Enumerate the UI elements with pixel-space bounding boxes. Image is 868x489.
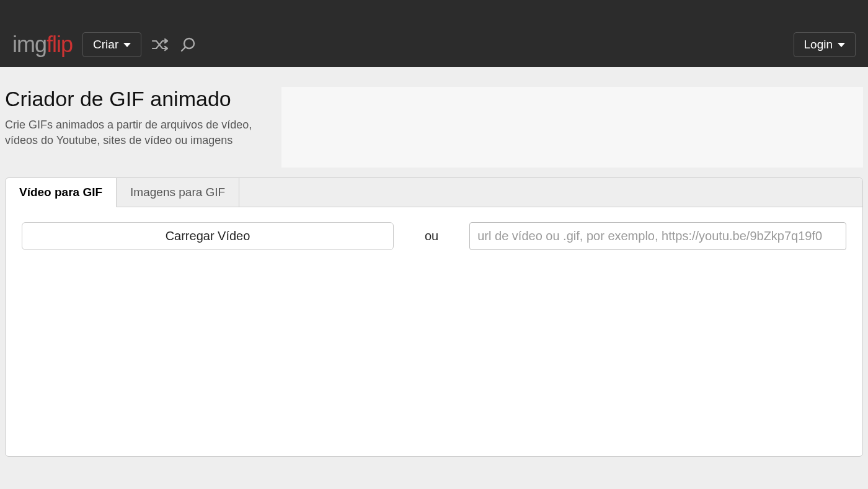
upload-video-button[interactable]: Carregar Vídeo	[22, 222, 394, 250]
nav-right: Login	[794, 32, 856, 57]
logo-img-part: img	[12, 32, 46, 57]
search-icon[interactable]	[180, 37, 196, 53]
header-row: Criador de GIF animado Crie GIFs animado…	[5, 72, 863, 168]
tab-images-to-gif[interactable]: Imagens para GIF	[117, 178, 239, 207]
content: Criador de GIF animado Crie GIFs animado…	[0, 67, 868, 462]
tabs-row: Vídeo para GIF Imagens para GIF	[6, 178, 862, 207]
navbar: imgflip Criar Login	[0, 0, 868, 67]
header-text: Criador de GIF animado Crie GIFs animado…	[5, 87, 272, 168]
tab-content: Carregar Vídeo ou	[6, 207, 862, 265]
page-title: Criador de GIF animado	[5, 87, 272, 111]
create-button[interactable]: Criar	[82, 32, 141, 57]
tab-video-to-gif[interactable]: Vídeo para GIF	[6, 178, 117, 207]
page-subtitle: Crie GIFs animados a partir de arquivos …	[5, 117, 272, 148]
ad-slot	[281, 87, 863, 168]
svg-line-1	[182, 47, 185, 51]
create-label: Criar	[93, 38, 118, 52]
logo-flip-part: flip	[46, 32, 73, 57]
caret-down-icon	[838, 43, 845, 47]
nav-left: imgflip Criar	[12, 32, 794, 57]
logo[interactable]: imgflip	[12, 34, 73, 56]
or-text: ou	[425, 229, 438, 243]
shuffle-icon[interactable]	[151, 38, 170, 52]
login-label: Login	[804, 38, 833, 52]
video-url-input[interactable]	[469, 222, 846, 250]
caret-down-icon	[123, 43, 131, 47]
tabs-box: Vídeo para GIF Imagens para GIF Carregar…	[5, 177, 863, 457]
login-button[interactable]: Login	[794, 32, 856, 57]
